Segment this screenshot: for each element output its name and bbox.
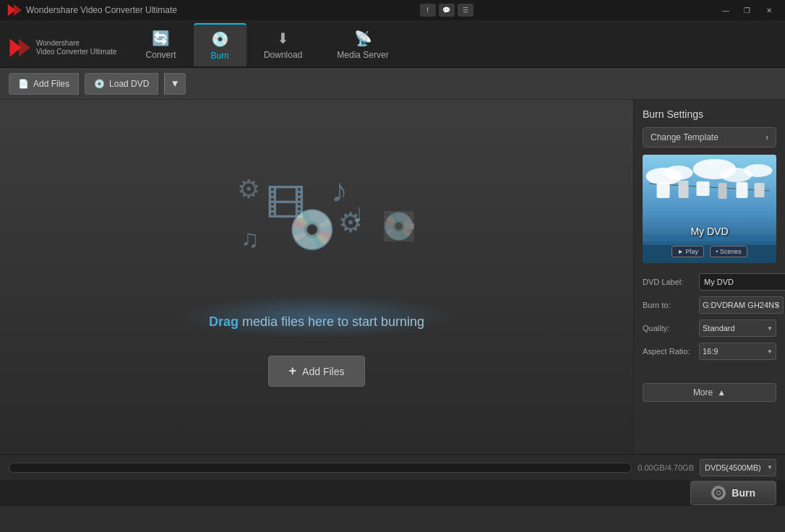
disc-type-select[interactable]: DVD5(4500MB) DVD9(8500MB)	[700, 459, 776, 476]
dvd-preview-title: My DVD	[690, 226, 728, 237]
media-server-icon: 📡	[354, 30, 372, 47]
music-note-icon: ♪	[331, 171, 348, 210]
nav-brand: Wondershare Video Converter Ultimate	[7, 36, 117, 66]
toolbar: 📄 Add Files 💿 Load DVD ▼	[0, 68, 785, 100]
add-files-center-button[interactable]: + Add Files	[268, 356, 366, 387]
app-title: Wondershare Video Converter Ultimate	[26, 5, 177, 15]
burn-to-row: Burn to: G:DVDRAM GH24NS	[643, 296, 776, 314]
burn-to-label: Burn to:	[643, 301, 695, 309]
sidebar: Burn Settings Change Template ›	[633, 100, 785, 454]
dvd-scenes-button[interactable]: • Scenes	[710, 246, 747, 257]
chevron-right-icon: ›	[765, 132, 768, 142]
drag-text-rest: media files here to start burning	[239, 314, 424, 329]
cd-icon: 💽	[382, 210, 416, 242]
load-dvd-button[interactable]: 💿 Load DVD	[85, 73, 158, 95]
titlebar: Wondershare Video Converter Ultimate f 💬…	[0, 0, 785, 20]
plus-icon: +	[289, 364, 297, 379]
disc-icon: 💿	[288, 207, 336, 252]
change-template-label: Change Template	[651, 132, 718, 142]
more-button[interactable]: More ▲	[643, 383, 776, 402]
add-files-icon: 📄	[18, 79, 29, 89]
maximize-button[interactable]: ❐	[737, 4, 758, 17]
titlebar-left: Wondershare Video Converter Ultimate	[6, 2, 177, 18]
dvd-play-button[interactable]: ► Play	[672, 246, 704, 257]
drag-zone: ⚙ 🎞 ♪ ♩ ♫ 💿 ⚙ 💽 Drag media files here to…	[201, 167, 432, 387]
load-dvd-icon: 💿	[94, 79, 105, 89]
dvd-preview-buttons: ► Play • Scenes	[672, 246, 747, 257]
quality-select[interactable]: Standard High Low	[699, 319, 776, 337]
app-logo-icon	[6, 2, 22, 18]
burn-button[interactable]: Burn	[690, 481, 776, 505]
burn-to-select[interactable]: G:DVDRAM GH24NS	[699, 296, 784, 314]
svg-marker-1	[14, 4, 22, 17]
more-arrow-icon: ▲	[717, 387, 726, 398]
add-files-button[interactable]: 📄 Add Files	[9, 73, 79, 95]
dvd-label-row: DVD Label: ✕	[643, 273, 776, 291]
storage-info: 0.00GB/4.70GB	[638, 463, 694, 472]
aspect-ratio-select[interactable]: 16:9 4:3	[699, 343, 776, 360]
svg-marker-3	[19, 39, 30, 57]
dvd-preview-overlay: My DVD ► Play • Scenes	[643, 155, 776, 263]
chat-icon[interactable]: 💬	[439, 4, 455, 17]
load-dvd-label: Load DVD	[109, 79, 149, 89]
aspect-ratio-label: Aspect Ratio:	[643, 347, 695, 356]
brand-name: Wondershare Video Converter Ultimate	[36, 39, 117, 56]
menu-icon[interactable]: ☰	[458, 4, 473, 17]
tab-burn-label: Burn	[211, 51, 229, 61]
burn-icon: 💿	[211, 30, 229, 48]
minimize-button[interactable]: —	[716, 4, 736, 17]
content-area[interactable]: ⚙ 🎞 ♪ ♩ ♫ 💿 ⚙ 💽 Drag media files here to…	[0, 100, 633, 454]
tab-convert[interactable]: 🔄 Convert	[129, 23, 194, 66]
dvd-preview: My DVD ► Play • Scenes	[643, 155, 776, 263]
music-beamed-icon: ♫	[241, 225, 259, 253]
load-dvd-dropdown-button[interactable]: ▼	[164, 73, 185, 95]
burn-settings-title: Burn Settings	[643, 108, 776, 120]
statusbar: 0.00GB/4.70GB DVD5(4500MB) DVD9(8500MB)	[0, 454, 785, 480]
drag-text-bold: Drag	[209, 314, 239, 329]
tab-burn[interactable]: 💿 Burn	[194, 23, 246, 66]
tab-media-server[interactable]: 📡 Media Server	[319, 23, 406, 66]
download-icon: ⬇	[277, 30, 289, 47]
tab-download[interactable]: ⬇ Download	[246, 23, 319, 66]
more-label: More	[693, 387, 713, 398]
main-content: ⚙ 🎞 ♪ ♩ ♫ 💿 ⚙ 💽 Drag media files here to…	[0, 100, 785, 454]
svg-point-20	[717, 491, 721, 494]
svg-point-19	[713, 488, 724, 498]
brand-logo-icon	[7, 36, 30, 59]
change-template-button[interactable]: Change Template ›	[643, 127, 776, 147]
aspect-ratio-row: Aspect Ratio: 16:9 4:3	[643, 343, 776, 360]
more-area: More ▲	[643, 377, 776, 402]
add-files-label: Add Files	[33, 79, 69, 89]
drag-text: Drag media files here to start burning	[209, 314, 424, 330]
burn-row: Burn	[0, 480, 785, 506]
quality-label: Quality:	[643, 324, 695, 332]
close-button[interactable]: ✕	[759, 4, 779, 17]
titlebar-controls: — ❐ ✕	[716, 4, 779, 17]
tab-convert-label: Convert	[146, 50, 176, 60]
navbar: Wondershare Video Converter Ultimate 🔄 C…	[0, 20, 785, 68]
quality-row: Quality: Standard High Low	[643, 319, 776, 337]
titlebar-social: f 💬 ☰	[420, 4, 473, 17]
add-files-center-label: Add Files	[302, 366, 344, 377]
burn-label: Burn	[732, 487, 755, 499]
tab-media-server-label: Media Server	[337, 50, 388, 60]
tab-download-label: Download	[264, 50, 302, 60]
puzzle-icon: ⚙	[338, 207, 363, 239]
facebook-icon[interactable]: f	[420, 4, 436, 17]
convert-icon: 🔄	[152, 30, 170, 47]
dvd-label-input[interactable]	[699, 273, 785, 291]
disc-select-wrapper: DVD5(4500MB) DVD9(8500MB)	[700, 459, 776, 476]
burn-disc-icon	[711, 486, 726, 500]
media-icons: ⚙ 🎞 ♪ ♩ ♫ 💿 ⚙ 💽	[201, 167, 432, 297]
gear-icon: ⚙	[237, 174, 260, 205]
progress-bar	[9, 463, 632, 473]
dvd-label-label: DVD Label:	[643, 278, 695, 286]
